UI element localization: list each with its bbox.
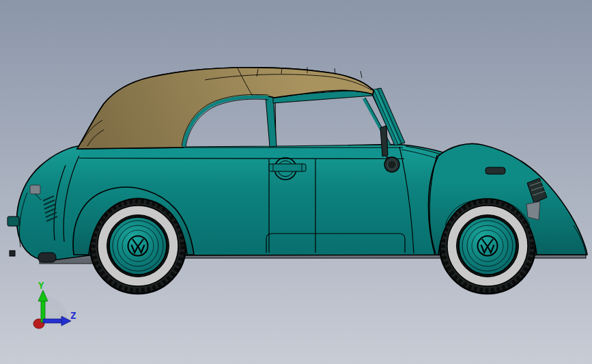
beltline [79,148,404,159]
y-axis-label: Y [38,280,44,291]
z-axis-label: Z [70,310,76,321]
tail-light [8,216,19,226]
cad-viewport[interactable]: Y Z [0,0,592,364]
fender-slot [485,167,505,174]
license-plate-light [30,185,40,194]
bumper-bolt [38,253,56,262]
bumper-bracket [526,201,540,220]
